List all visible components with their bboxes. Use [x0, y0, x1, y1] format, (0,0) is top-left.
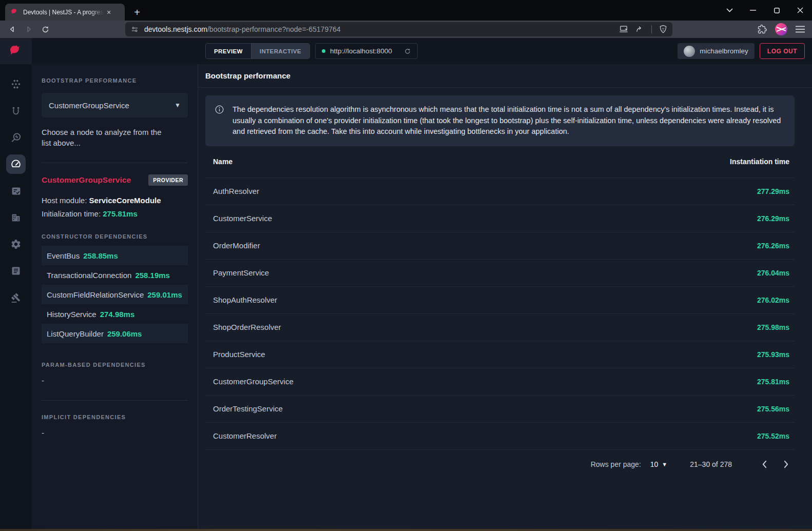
item-name: OrderTestingService: [213, 404, 283, 413]
browser-tab[interactable]: Devtools | NestJS - A progressive ×: [5, 4, 125, 21]
dependency-item[interactable]: CustomFieldRelationService259.01ms: [42, 285, 188, 304]
site-settings-icon[interactable]: [130, 25, 139, 34]
interactive-tab[interactable]: INTERACTIVE: [251, 44, 310, 58]
item-time: 275.56ms: [757, 405, 789, 413]
table-row[interactable]: ProductService275.93ms: [205, 341, 795, 368]
divider: [42, 400, 188, 401]
table-row[interactable]: ShopOrderResolver275.98ms: [205, 314, 795, 341]
user-avatar: [684, 46, 695, 57]
chevron-down-icon: ▼: [662, 461, 667, 467]
constructor-deps-title: CONSTRUCTOR DEPENDENCIES: [42, 233, 188, 240]
rows-per-page-select[interactable]: 10▼: [650, 460, 667, 468]
item-time: 276.02ms: [757, 296, 789, 304]
nav-rail: [0, 64, 32, 529]
preview-tab[interactable]: PREVIEW: [206, 44, 251, 58]
address-bar[interactable]: devtools.nestjs.com/bootstrap-performanc…: [125, 22, 672, 36]
user-pill[interactable]: michaelbromley: [678, 43, 755, 59]
settings-icon: [6, 234, 26, 254]
table-row[interactable]: OrderModifier276.26ms: [205, 232, 795, 260]
nav-docs[interactable]: [0, 258, 32, 284]
page-title: Bootstrap performance: [205, 71, 291, 80]
refresh-icon[interactable]: [404, 48, 411, 55]
nestjs-logo[interactable]: [0, 38, 32, 64]
helper-text: Choose a node to analyze from the list a…: [42, 127, 170, 148]
minimize-button[interactable]: [741, 0, 765, 21]
tab-search-icon[interactable]: [718, 0, 741, 21]
table-row[interactable]: CustomerResolver275.52ms: [205, 423, 795, 450]
nav-routes[interactable]: [0, 97, 32, 124]
item-name: HistoryService: [47, 310, 96, 319]
target-url-pill[interactable]: http://localhost:8000: [315, 43, 418, 59]
routes-icon: [6, 101, 26, 121]
init-time-line: Initialization time: 275.81ms: [42, 209, 188, 218]
item-name: ListQueryBuilder: [47, 329, 104, 338]
nav-issues[interactable]: [0, 284, 32, 311]
item-name: CustomerResolver: [213, 431, 277, 440]
item-time: 276.04ms: [757, 269, 789, 277]
nestjs-favicon-icon: [10, 8, 19, 16]
forward-icon[interactable]: [21, 22, 37, 36]
divider: [42, 163, 188, 163]
item-name: OrderModifier: [213, 241, 260, 250]
table-row[interactable]: AuthResolver277.29ms: [205, 178, 795, 205]
back-icon[interactable]: [4, 22, 21, 36]
table-row[interactable]: PaymentService276.04ms: [205, 260, 795, 287]
status-dot: [322, 49, 325, 53]
next-page-button[interactable]: [777, 456, 795, 473]
table-row[interactable]: OrderTestingService275.56ms: [205, 396, 795, 423]
reload-icon[interactable]: [37, 22, 53, 36]
tab-close-icon[interactable]: ×: [104, 8, 113, 17]
docs-icon: [6, 261, 26, 281]
item-time: 277.29ms: [757, 187, 789, 195]
provider-badge: PROVIDER: [148, 174, 188, 186]
dependency-item[interactable]: HistoryService274.98ms: [42, 304, 188, 324]
table-header: Name Instantiation time: [205, 146, 795, 178]
menu-icon[interactable]: [796, 26, 805, 33]
new-tab-button[interactable]: +: [131, 6, 143, 18]
table-row[interactable]: CustomerGroupService275.81ms: [205, 368, 795, 396]
item-name: CustomerGroupService: [213, 377, 294, 386]
target-url: http://localhost:8000: [330, 47, 392, 55]
chevron-down-icon: ▼: [175, 102, 181, 109]
share-icon[interactable]: [635, 25, 644, 34]
nav-settings[interactable]: [0, 231, 32, 258]
item-time: 275.52ms: [757, 432, 789, 440]
item-name: AuthResolver: [213, 187, 259, 195]
desktop-edge: [0, 529, 812, 531]
node-select-value: CustomerGroupService: [49, 101, 129, 110]
nav-inspect[interactable]: [0, 124, 32, 151]
param-deps-value: -: [42, 376, 188, 385]
dependency-item[interactable]: ListQueryBuilder259.06ms: [42, 324, 188, 343]
extensions-icon[interactable]: [758, 25, 767, 34]
item-time: 276.29ms: [757, 214, 789, 223]
send-to-device-icon[interactable]: [619, 25, 628, 33]
previous-page-button[interactable]: [756, 456, 773, 473]
inspect-icon: [6, 128, 26, 147]
close-window-button[interactable]: [788, 0, 812, 21]
dependency-item[interactable]: TransactionalConnection258.19ms: [42, 265, 188, 285]
graph-icon: [6, 74, 26, 94]
audit-icon: [6, 181, 26, 201]
logout-button[interactable]: LOG OUT: [760, 43, 805, 59]
item-time: 258.19ms: [135, 271, 170, 280]
nav-bootstrap-performance[interactable]: [0, 151, 32, 178]
item-time: 275.98ms: [757, 323, 789, 331]
column-name: Name: [213, 158, 233, 166]
maximize-button[interactable]: [765, 0, 788, 21]
modules-icon: [6, 208, 26, 227]
nav-modules[interactable]: [0, 204, 32, 231]
nav-graph[interactable]: [0, 71, 32, 97]
item-time: 276.26ms: [757, 242, 789, 250]
table-row[interactable]: ShopAuthResolver276.02ms: [205, 287, 795, 314]
dependency-item[interactable]: EventBus258.85ms: [42, 246, 188, 265]
brave-shield-icon[interactable]: [659, 25, 667, 34]
node-select[interactable]: CustomerGroupService ▼: [42, 93, 188, 117]
column-instantiation-time: Instantiation time: [730, 158, 789, 166]
browser-toolbar: devtools.nestjs.com/bootstrap-performanc…: [0, 21, 812, 38]
table-row[interactable]: CustomerService276.29ms: [205, 205, 795, 232]
browser-profile-avatar[interactable]: [775, 23, 787, 35]
item-time: 258.85ms: [83, 251, 118, 260]
item-name: EventBus: [47, 251, 80, 260]
implicit-deps-value: -: [42, 428, 188, 437]
nav-audit[interactable]: [0, 178, 32, 204]
